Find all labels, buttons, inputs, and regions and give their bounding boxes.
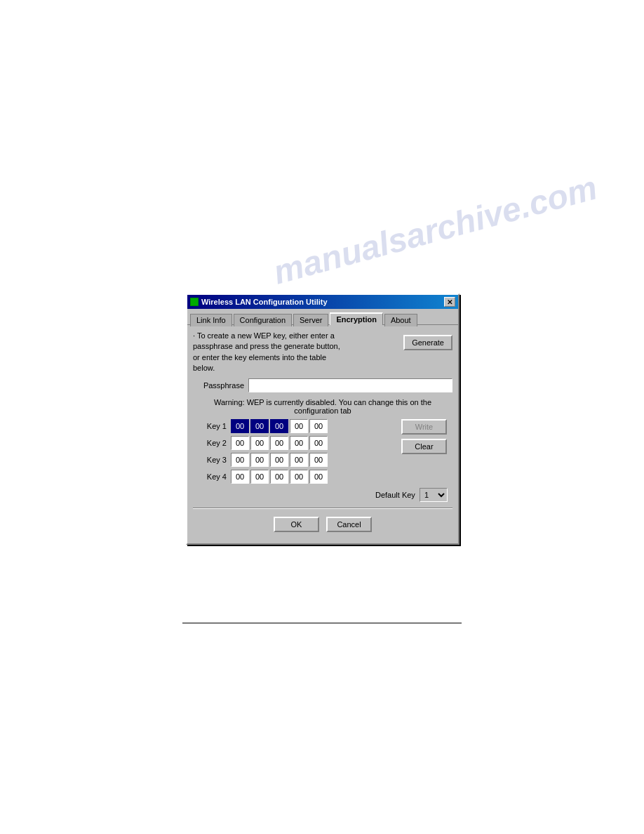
key3-cell2[interactable] <box>250 453 269 467</box>
title-bar: Wireless LAN Configuration Utility ✕ <box>187 295 458 309</box>
key3-cells <box>231 453 328 467</box>
key1-cell4[interactable] <box>290 419 308 433</box>
key4-cell4[interactable] <box>290 470 308 484</box>
key2-cell4[interactable] <box>290 436 308 450</box>
key3-cell1[interactable] <box>231 453 249 467</box>
default-key-row: Default Key 1 2 3 4 <box>193 488 452 502</box>
key4-cell1[interactable] <box>231 470 249 484</box>
key-row-4: Key 4 <box>193 470 452 484</box>
cancel-button[interactable]: Cancel <box>326 517 372 532</box>
key1-cell5[interactable] <box>309 419 328 433</box>
key3-label: Key 3 <box>199 456 227 464</box>
dialog-window: Wireless LAN Configuration Utility ✕ Lin… <box>186 293 459 545</box>
bottom-divider <box>182 623 462 623</box>
watermark-text: manualsarchive.com <box>269 168 601 291</box>
info-generate-row: · To create a new WEP key, either enter … <box>193 331 452 374</box>
tab-about[interactable]: About <box>384 314 417 326</box>
key4-cell3[interactable] <box>270 470 288 484</box>
passphrase-label: Passphrase <box>199 381 244 390</box>
clear-button[interactable]: Clear <box>401 439 447 454</box>
key2-cell5[interactable] <box>309 436 328 450</box>
generate-area: Generate <box>403 335 452 350</box>
key2-cells <box>231 436 328 450</box>
key1-label: Key 1 <box>199 422 227 430</box>
tab-server[interactable]: Server <box>293 314 328 326</box>
key4-cell2[interactable] <box>250 470 269 484</box>
key2-cell1[interactable] <box>231 436 249 450</box>
passphrase-row: Passphrase <box>193 378 452 392</box>
tab-bar: Link Info Configuration Server Encryptio… <box>187 309 458 325</box>
key-section-wrapper: Key 1 Key 2 <box>193 419 452 502</box>
generate-button[interactable]: Generate <box>403 335 452 350</box>
app-icon <box>190 298 199 306</box>
ok-button[interactable]: OK <box>274 517 319 532</box>
bottom-buttons: OK Cancel <box>193 512 452 538</box>
dialog-title: Wireless LAN Configuration Utility <box>201 298 328 306</box>
key4-cell5[interactable] <box>309 470 328 484</box>
write-button[interactable]: Write <box>401 419 447 435</box>
title-bar-left: Wireless LAN Configuration Utility <box>190 298 328 306</box>
key2-label: Key 2 <box>199 439 227 447</box>
key3-cell4[interactable] <box>290 453 308 467</box>
info-text: · To create a new WEP key, either enter … <box>193 331 347 374</box>
passphrase-input[interactable] <box>248 378 452 392</box>
key1-cell1[interactable] <box>231 419 249 433</box>
key1-cell3[interactable] <box>270 419 288 433</box>
key-row-3: Key 3 <box>193 453 452 467</box>
write-clear-area: Write Clear <box>401 419 447 454</box>
separator <box>193 508 452 508</box>
key1-cell2[interactable] <box>250 419 269 433</box>
tab-encryption[interactable]: Encryption <box>330 312 382 325</box>
key2-cell2[interactable] <box>250 436 269 450</box>
warning-text: Warning: WEP is currently disabled. You … <box>193 398 452 415</box>
key4-cells <box>231 470 328 484</box>
close-button[interactable]: ✕ <box>444 297 455 307</box>
default-key-label: Default Key <box>375 491 415 499</box>
key3-cell5[interactable] <box>309 453 328 467</box>
key4-label: Key 4 <box>199 472 227 481</box>
tab-configuration[interactable]: Configuration <box>234 314 292 326</box>
key3-cell3[interactable] <box>270 453 288 467</box>
dialog-content: · To create a new WEP key, either enter … <box>187 325 458 543</box>
key1-cells <box>231 419 328 433</box>
key2-cell3[interactable] <box>270 436 288 450</box>
tab-link-info[interactable]: Link Info <box>190 314 232 326</box>
default-key-select[interactable]: 1 2 3 4 <box>420 488 448 502</box>
